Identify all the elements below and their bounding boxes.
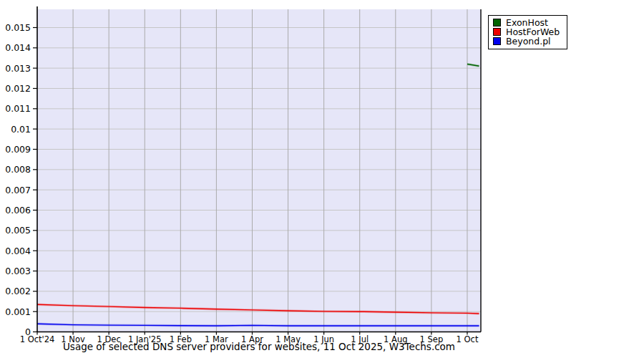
plot-background [37, 9, 481, 332]
y-tick-label: 0.015 [5, 22, 31, 33]
y-tick-label: 0.011 [5, 103, 31, 114]
y-tick-label: 0.004 [5, 246, 31, 256]
y-tick-label: 0.01 [11, 124, 31, 135]
y-tick-label: 0.007 [5, 185, 31, 195]
y-axis-labels: 0.0150.0140.0130.0120.0110.010.0090.0080… [5, 22, 31, 337]
y-tick-label: 0.005 [5, 225, 31, 236]
y-tick-label: 0.008 [5, 164, 31, 175]
y-tick-label: 0.003 [5, 266, 31, 276]
legend-label: Beyond.pl [506, 37, 551, 46]
legend: ExonHostHostForWebBeyond.pl [488, 15, 567, 49]
y-tick-label: 0.014 [5, 42, 31, 53]
page: { "chart_data": { "type": "line", "title… [0, 0, 644, 358]
y-tick-label: 0.001 [5, 306, 31, 317]
legend-item-beyond-pl: Beyond.pl [493, 37, 560, 46]
y-tick-label: 0.013 [5, 63, 31, 74]
y-tick-label: 0.009 [5, 144, 31, 155]
y-tick-label: 0.012 [5, 83, 31, 94]
chart-canvas: 0.0150.0140.0130.0120.0110.010.0090.0080… [0, 0, 644, 358]
legend-swatch-icon [493, 28, 501, 36]
y-tick-label: 0.006 [5, 205, 31, 216]
legend-swatch-icon [493, 37, 501, 45]
y-tick-label: 0.002 [5, 286, 31, 296]
legend-swatch-icon [493, 19, 501, 26]
chart-title: Usage of selected DNS server providers f… [37, 341, 481, 352]
